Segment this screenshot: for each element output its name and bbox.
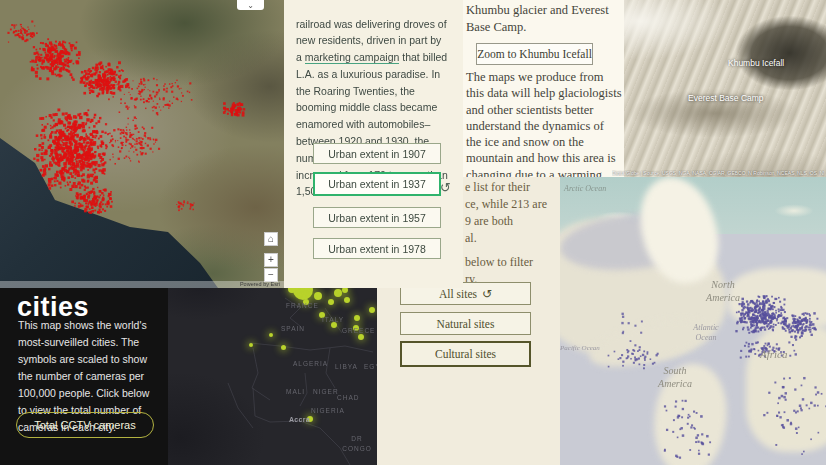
- heritage-world-map[interactable]: Arctic Ocean North America Pacific Ocean…: [560, 176, 826, 465]
- africa-label: Africa: [760, 347, 788, 361]
- natural-sites-label: Natural sites: [437, 318, 495, 330]
- heritage-sites-dots: [560, 176, 826, 465]
- sites-text-fragment: 9 are both: [465, 213, 513, 230]
- la-side-panel: railroad was delivering droves of new re…: [284, 0, 463, 288]
- urban-extent-1978-button[interactable]: Urban extent in 1978: [313, 238, 441, 259]
- home-extent-button[interactable]: ⌂: [264, 232, 278, 246]
- zoom-in-button[interactable]: +: [264, 253, 278, 267]
- camera-city-dot[interactable]: [314, 292, 322, 300]
- storymaps-collage: e list for their ce, while 213 are 9 are…: [0, 0, 826, 465]
- camera-city-dot[interactable]: [334, 289, 342, 297]
- camera-city-dot[interactable]: [369, 307, 375, 313]
- reset-icon: ↺: [440, 180, 451, 195]
- total-cctv-cameras-button[interactable]: Total CCTV cameras: [16, 412, 154, 438]
- mali-label: MALI: [286, 388, 305, 395]
- glacier-satellite-image[interactable]: Khumbu Icefall Everest Base Camp Digital…: [624, 0, 826, 177]
- imagery-attribution: DigitalGlobe | Source: USGS, NGA, NASA, …: [612, 170, 824, 176]
- chad-label: CHAD: [337, 394, 359, 401]
- south-america-label: South America: [648, 364, 702, 390]
- sites-text-fragment: al.: [465, 230, 477, 247]
- cctv-cities-section: cities This map shows the world's most-s…: [0, 288, 377, 465]
- cctv-side-panel: cities This map shows the world's most-s…: [0, 288, 168, 465]
- spain-label: SPAIN: [281, 325, 305, 332]
- la-satellite-map[interactable]: ⌄ ⌂ + − Powered by Esri: [0, 0, 284, 288]
- camera-city-dot[interactable]: [281, 345, 286, 350]
- everest-intro-text: Khumbu glacier and Everest Base Camp.: [466, 2, 620, 36]
- sites-text-fragment: e list for their: [465, 179, 530, 196]
- niger-label: NIGER: [313, 388, 339, 395]
- map-attribution: Powered by Esri: [0, 281, 284, 288]
- urban-extent-1937-button[interactable]: Urban extent in 1937: [313, 172, 441, 196]
- atlantic-ocean-label: Atlantic Ocean: [682, 323, 730, 344]
- urban-extent-1907-button[interactable]: Urban extent in 1907: [313, 143, 441, 164]
- camera-city-dot[interactable]: [269, 333, 273, 337]
- cultural-sites-button[interactable]: Cultural sites: [400, 341, 531, 367]
- everest-side-panel: Khumbu glacier and Everest Base Camp. Zo…: [463, 0, 624, 177]
- egypt-label: EGYPT: [364, 363, 377, 370]
- cultural-sites-label: Cultural sites: [435, 348, 496, 360]
- everest-body-text: The maps we produce from this data will …: [466, 69, 622, 177]
- camera-city-dot[interactable]: [328, 299, 334, 305]
- sites-text-fragment: ce, while 213 are: [465, 196, 547, 213]
- zoom-to-khumbu-icefall-button[interactable]: Zoom to Khumbu Icefall: [476, 43, 593, 65]
- arctic-ocean-label: Arctic Ocean: [564, 184, 606, 194]
- urban-extent-red-overlay: [0, 0, 284, 288]
- dr-congo-label: DR CONGO: [338, 434, 376, 454]
- khumbu-icefall-label: Khumbu Icefall: [728, 58, 784, 68]
- north-america-label: North America: [694, 278, 752, 304]
- sites-text-fragment: below to filter: [465, 254, 533, 271]
- italy-label: ITALY: [322, 316, 344, 323]
- everest-base-camp-label: Everest Base Camp: [688, 93, 764, 103]
- pacific-ocean-label: Pacific Ocean: [560, 344, 600, 353]
- camera-city-dot[interactable]: [358, 334, 364, 340]
- la-urban-growth-section: ⌄ ⌂ + − Powered by Esri railroad was del…: [0, 0, 463, 288]
- camera-city-dot[interactable]: [354, 315, 360, 321]
- urban-extent-1957-button[interactable]: Urban extent in 1957: [313, 207, 441, 228]
- accra-label: Accra: [289, 416, 310, 423]
- nigeria-label: NIGERIA: [311, 407, 345, 414]
- libya-label: LIBYA: [335, 363, 358, 370]
- everest-section: Khumbu glacier and Everest Base Camp. Zo…: [463, 0, 826, 177]
- camera-city-dot[interactable]: [249, 343, 253, 347]
- camera-city-dot[interactable]: [344, 297, 350, 303]
- marketing-campaign-link[interactable]: marketing campaign: [305, 51, 400, 64]
- greece-label: GREECE: [342, 327, 375, 334]
- france-label: FRANCE: [286, 302, 319, 309]
- collapse-panel-button[interactable]: ⌄: [237, 0, 264, 10]
- algeria-label: ALGERIA: [293, 360, 328, 367]
- reset-icon: ↺: [482, 288, 492, 300]
- natural-sites-button[interactable]: Natural sites: [400, 312, 531, 335]
- zoom-out-button[interactable]: −: [264, 268, 278, 282]
- all-sites-label: All sites: [439, 288, 477, 300]
